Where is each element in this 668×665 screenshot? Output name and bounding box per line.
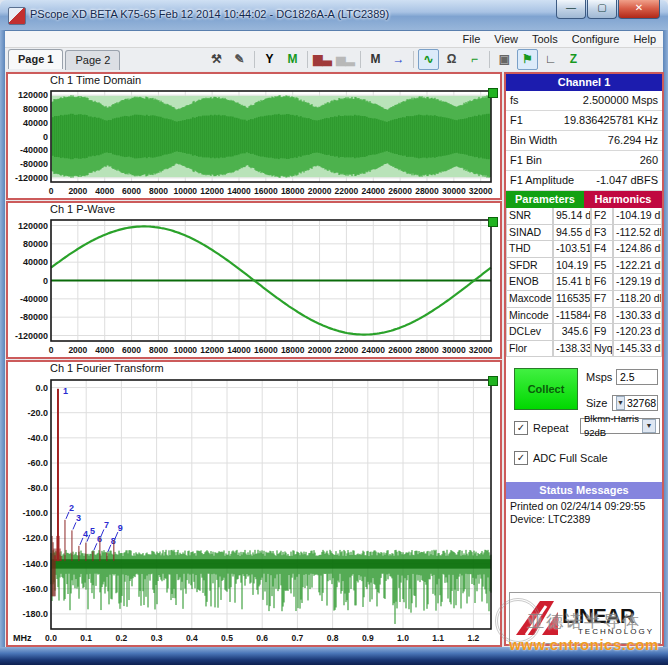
param-value: -138.33 dBFS: [553, 341, 591, 358]
svg-text:0: 0: [43, 132, 48, 142]
sidebar: Channel 1 fs2.500000 MspsF119.836425781 …: [504, 72, 664, 646]
repeat-checkbox-row: ✓ Repeat: [514, 421, 568, 435]
menu-view[interactable]: View: [487, 33, 525, 45]
harmonic-name: F9: [591, 324, 613, 341]
pliers-tool-icon[interactable]: ⚒: [206, 49, 227, 70]
toolbar-separator: [489, 51, 490, 68]
measurement-row: SNR95.14 dBF2-104.19 dBc: [506, 208, 662, 225]
svg-text:32000: 32000: [469, 186, 493, 196]
y-scale-icon[interactable]: Y: [259, 49, 280, 70]
minimize-button[interactable]: —: [556, 0, 586, 19]
harmonic-name: F6: [591, 274, 613, 291]
snapshot-icon[interactable]: ▣: [494, 49, 515, 70]
svg-text:-40000: -40000: [20, 294, 48, 304]
param-name: ENOB: [506, 274, 553, 291]
menu-help[interactable]: Help: [626, 33, 663, 45]
parameters-harmonics-table: SNR95.14 dBF2-104.19 dBcSINAD94.55 dBF3-…: [506, 208, 662, 357]
notes-icon[interactable]: ⚑: [517, 49, 538, 70]
measurement-row: SFDR104.19 dBF5-122.21 dBc: [506, 258, 662, 275]
svg-text:0.5: 0.5: [221, 633, 233, 643]
plot-title-p-wave: Ch 1 P-Wave: [50, 203, 115, 215]
channel-indicator[interactable]: [488, 88, 498, 98]
svg-text:26000: 26000: [388, 345, 412, 355]
link-icon[interactable]: Ω: [441, 49, 462, 70]
clamp-icon[interactable]: ⌐: [464, 49, 485, 70]
repeat-label: Repeat: [533, 422, 568, 434]
svg-text:-60.0: -60.0: [27, 458, 48, 468]
page-tabs: Page 1Page 2: [6, 48, 120, 68]
repeat-checkbox[interactable]: ✓: [514, 421, 528, 435]
status-line: Printed on 02/24/14 09:29:55: [506, 499, 662, 512]
p-wave-chart[interactable]: 0200040006000800010000120001400016000180…: [9, 215, 501, 357]
close-button[interactable]: ✕: [618, 0, 660, 19]
menu-configure[interactable]: Configure: [565, 33, 627, 45]
harmonic-value: -145.33 dBc: [613, 341, 662, 358]
info-value: -1.047 dBFS: [596, 171, 658, 190]
tab-toolbar-row: Page 1Page 2 ⚒✎YM▆▃▅▂M→∿Ω⌐▣⚑∟Z: [1, 48, 667, 71]
svg-text:32000: 32000: [469, 345, 493, 355]
bar-graph-icon[interactable]: ▆▃: [312, 49, 333, 70]
titlebar[interactable]: PScope XD BETA K75-65 Feb 12 2014 10:44:…: [0, 0, 668, 31]
maximize-button[interactable]: ▢: [587, 0, 617, 19]
info-label: F1 Bin: [510, 151, 542, 170]
ruler-icon[interactable]: ∟: [540, 49, 561, 70]
p-wave-panel: Ch 1 P-Wave 0200040006000800010000120001…: [6, 201, 502, 359]
info-value: 19.836425781 KHz: [564, 111, 658, 130]
svg-text:20000: 20000: [308, 345, 332, 355]
histogram-green-icon[interactable]: M: [282, 49, 303, 70]
info-value: 2.500000 Msps: [583, 91, 658, 110]
param-name: SFDR: [506, 258, 553, 275]
svg-text:0.3: 0.3: [151, 633, 163, 643]
svg-text:0.0: 0.0: [45, 633, 57, 643]
menu-tools[interactable]: Tools: [525, 33, 565, 45]
max-avg-icon[interactable]: M: [365, 49, 386, 70]
svg-text:1: 1: [63, 386, 68, 396]
collect-button[interactable]: Collect: [514, 368, 578, 410]
svg-text:1.0: 1.0: [397, 633, 409, 643]
msps-input[interactable]: 2.5: [616, 369, 658, 385]
window-combobox[interactable]: Blkmn-Harris 92dB ▼: [580, 418, 660, 434]
size-combobox[interactable]: ▼ 32768: [612, 395, 658, 411]
svg-text:7: 7: [104, 520, 109, 530]
svg-text:6000: 6000: [122, 186, 141, 196]
tab-page-1[interactable]: Page 1: [8, 49, 63, 69]
info-label: F1: [510, 111, 523, 130]
svg-text:40000: 40000: [23, 118, 48, 128]
info-row: F119.836425781 KHz: [506, 111, 662, 131]
svg-text:22000: 22000: [335, 345, 359, 355]
harmonic-name: F4: [591, 241, 613, 258]
toolbar-separator: [413, 51, 414, 68]
svg-text:14000: 14000: [227, 345, 251, 355]
menu-bar: FileViewToolsConfigureHelp: [1, 31, 667, 48]
bar-graph-disabled-icon[interactable]: ▅▂: [335, 49, 356, 70]
menu-file[interactable]: File: [456, 33, 488, 45]
chevron-down-icon[interactable]: ▼: [616, 396, 625, 410]
info-label: F1 Amplitude: [510, 171, 574, 190]
info-row: F1 Bin260: [506, 151, 662, 171]
harmonics-header[interactable]: Harmonics: [584, 191, 662, 208]
svg-text:0.8: 0.8: [327, 633, 339, 643]
chevron-down-icon[interactable]: ▼: [642, 419, 656, 433]
harmonic-value: -122.21 dBc: [613, 258, 662, 275]
parameters-header[interactable]: Parameters: [506, 191, 584, 208]
svg-text:-120000: -120000: [15, 173, 48, 183]
adc-full-scale-checkbox[interactable]: ✓: [514, 451, 528, 465]
zoom-z-icon[interactable]: Z: [563, 49, 584, 70]
avg-arrow-icon[interactable]: →: [388, 49, 409, 70]
probe-pen-icon[interactable]: ✎: [229, 49, 250, 70]
plot-title-fourier: Ch 1 Fourier Transform: [50, 362, 164, 374]
channel-indicator[interactable]: [488, 376, 498, 386]
fourier-chart[interactable]: 0.00.10.20.30.40.50.60.70.80.91.01.11.20…: [9, 374, 501, 645]
svg-text:4000: 4000: [95, 186, 114, 196]
filter-curve-icon[interactable]: ∿: [418, 49, 439, 70]
channel-indicator[interactable]: [488, 217, 498, 227]
harmonic-name: F2: [591, 208, 613, 225]
info-row: F1 Amplitude-1.047 dBFS: [506, 171, 662, 191]
harmonic-name: F5: [591, 258, 613, 275]
svg-text:0.7: 0.7: [291, 633, 303, 643]
tab-page-2[interactable]: Page 2: [65, 50, 120, 70]
svg-text:16000: 16000: [254, 345, 278, 355]
svg-text:18000: 18000: [281, 345, 305, 355]
time-domain-chart[interactable]: 0200040006000800010000120001400016000180…: [9, 86, 501, 198]
measurement-row: SINAD94.55 dBF3-112.52 dBc: [506, 225, 662, 242]
